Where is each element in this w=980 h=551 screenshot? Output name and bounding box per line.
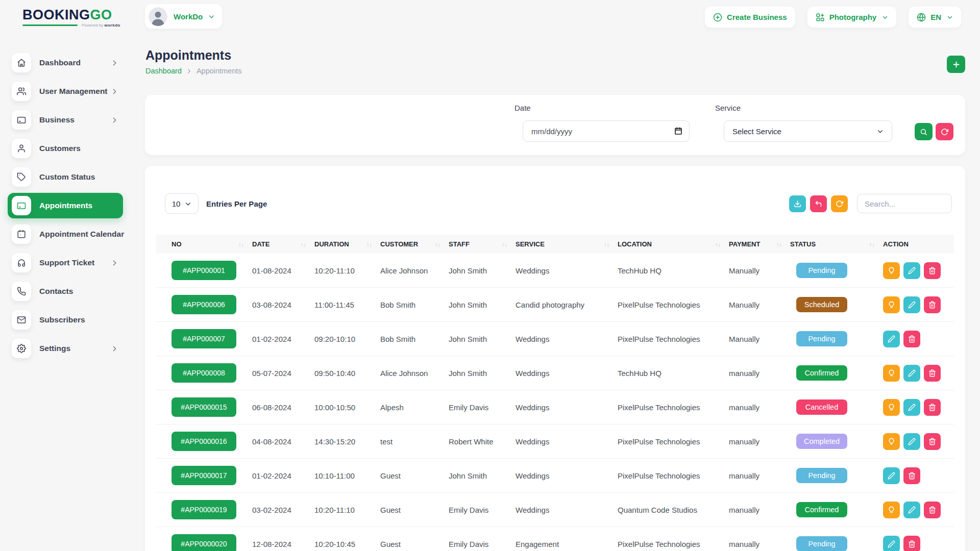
filter-reset-button[interactable] bbox=[936, 123, 953, 140]
status-badge: Confirmed bbox=[796, 502, 847, 517]
chevron-right-icon bbox=[111, 345, 118, 352]
lightbulb-action-button[interactable] bbox=[883, 502, 900, 518]
status-badge: Completed bbox=[796, 434, 847, 449]
edit-action-button[interactable] bbox=[883, 467, 900, 484]
breadcrumb-link-dashboard[interactable]: Dashboard bbox=[145, 67, 182, 75]
status-badge: Pending bbox=[796, 536, 847, 551]
trash-icon bbox=[908, 540, 916, 548]
lightbulb-action-button[interactable] bbox=[883, 296, 900, 313]
status-badge: Pending bbox=[796, 331, 847, 346]
undo-button[interactable] bbox=[810, 195, 827, 212]
edit-action-button[interactable] bbox=[903, 262, 920, 279]
service-select[interactable]: Select Service bbox=[724, 120, 892, 142]
logo[interactable]: BOOKINGGO Powered by workdo bbox=[22, 7, 125, 28]
cell-payment: manually bbox=[729, 527, 790, 551]
topbar-actions: Create Business Photography EN bbox=[705, 7, 961, 28]
cell-payment: manually bbox=[729, 390, 790, 424]
sidebar-item-appointment-calendar[interactable]: Appointment Calendar bbox=[8, 221, 123, 247]
cell-duration: 10:10-11:00 bbox=[314, 459, 380, 493]
entries-per-page-select[interactable]: 10 bbox=[165, 193, 199, 214]
cell-action bbox=[883, 527, 954, 551]
lightbulb-action-button[interactable] bbox=[883, 399, 900, 416]
edit-action-button[interactable] bbox=[903, 365, 920, 382]
edit-action-button[interactable] bbox=[903, 433, 920, 450]
reload-button[interactable] bbox=[831, 195, 848, 212]
sidebar-item-dashboard[interactable]: Dashboard bbox=[8, 50, 123, 76]
delete-action-button[interactable] bbox=[924, 399, 941, 416]
appointment-id-badge[interactable]: #APP000001 bbox=[172, 261, 236, 280]
table-row: #APP00000805-07-202409:50-10:40Alice Joh… bbox=[156, 356, 954, 390]
calendar-icon bbox=[674, 127, 682, 135]
appointment-id-badge[interactable]: #APP0000016 bbox=[172, 432, 236, 451]
cell-customer: Bob Smith bbox=[380, 288, 449, 322]
cell-status: Pending bbox=[790, 254, 883, 288]
appointments-panel: 10 Entries Per Page bbox=[145, 166, 965, 551]
workspace-switcher[interactable]: WorkDo bbox=[145, 4, 222, 29]
column-header-location[interactable]: LOCATION↑↓ bbox=[618, 235, 729, 254]
sidebar-item-appointments[interactable]: Appointments bbox=[8, 193, 123, 218]
column-header-no[interactable]: NO↑↓ bbox=[156, 235, 252, 254]
sidebar-menu: DashboardUser ManagementBusinessCustomer… bbox=[8, 50, 123, 364]
table-search-input[interactable] bbox=[857, 194, 952, 213]
appointment-id-badge[interactable]: #APP0000017 bbox=[172, 466, 236, 485]
appointment-id-badge[interactable]: #APP000007 bbox=[172, 329, 236, 348]
cell-staff: John Smith bbox=[449, 322, 516, 356]
appointment-id-badge[interactable]: #APP0000015 bbox=[172, 397, 236, 417]
appointment-id-badge[interactable]: #APP0000020 bbox=[172, 534, 236, 551]
column-header-customer[interactable]: CUSTOMER↑↓ bbox=[380, 235, 449, 254]
delete-action-button[interactable] bbox=[903, 467, 920, 484]
cell-date: 03-02-2024 bbox=[252, 493, 314, 527]
column-header-payment[interactable]: PAYMENT↑↓ bbox=[729, 235, 790, 254]
sidebar-item-custom-status[interactable]: Custom Status bbox=[8, 164, 123, 190]
module-switcher-button[interactable]: Photography bbox=[807, 7, 897, 28]
undo-icon bbox=[815, 200, 822, 208]
lightbulb-action-button[interactable] bbox=[883, 262, 900, 279]
column-header-staff[interactable]: STAFF↑↓ bbox=[449, 235, 516, 254]
export-button[interactable] bbox=[789, 195, 806, 212]
edit-action-button[interactable] bbox=[883, 331, 900, 347]
column-header-duration[interactable]: DURATION↑↓ bbox=[314, 235, 380, 254]
edit-action-button[interactable] bbox=[903, 296, 920, 313]
column-header-service[interactable]: SERVICE↑↓ bbox=[516, 235, 618, 254]
edit-action-button[interactable] bbox=[903, 399, 920, 416]
appointment-id-badge[interactable]: #APP0000019 bbox=[172, 500, 236, 519]
create-business-button[interactable]: Create Business bbox=[705, 7, 795, 28]
date-input[interactable] bbox=[523, 120, 690, 142]
edit-action-button[interactable] bbox=[883, 536, 900, 551]
chevron-down-icon bbox=[185, 201, 191, 207]
cell-no: #APP0000016 bbox=[156, 424, 252, 459]
appointment-id-badge[interactable]: #APP000008 bbox=[172, 363, 236, 383]
sidebar-item-customers[interactable]: Customers bbox=[8, 136, 123, 161]
cell-date: 04-08-2024 bbox=[252, 424, 314, 459]
delete-action-button[interactable] bbox=[924, 262, 941, 279]
sidebar-item-user-management[interactable]: User Management bbox=[8, 79, 123, 104]
delete-action-button[interactable] bbox=[903, 331, 920, 347]
cell-duration: 10:20-11:10 bbox=[314, 493, 380, 527]
edit-action-button[interactable] bbox=[903, 502, 920, 518]
sidebar-item-support-ticket[interactable]: Support Ticket bbox=[8, 250, 123, 276]
column-header-date[interactable]: DATE↑↓ bbox=[252, 235, 314, 254]
add-appointment-button[interactable] bbox=[947, 56, 965, 73]
language-switcher-button[interactable]: EN bbox=[909, 7, 961, 28]
appointment-id-badge[interactable]: #APP000006 bbox=[172, 295, 236, 314]
appointments-table: NO↑↓DATE↑↓DURATION↑↓CUSTOMER↑↓STAFF↑↓SER… bbox=[156, 235, 954, 551]
cell-no: #APP000007 bbox=[156, 322, 252, 356]
delete-action-button[interactable] bbox=[903, 536, 920, 551]
delete-action-button[interactable] bbox=[924, 365, 941, 382]
chevron-right-icon bbox=[111, 60, 118, 66]
delete-action-button[interactable] bbox=[924, 296, 941, 313]
sidebar-item-subscribers[interactable]: Subscribers bbox=[8, 307, 123, 333]
filter-search-button[interactable] bbox=[915, 123, 933, 140]
sidebar-item-business[interactable]: Business bbox=[8, 107, 123, 133]
column-header-status[interactable]: STATUS↑↓ bbox=[790, 235, 883, 254]
globe-icon bbox=[917, 13, 926, 22]
lightbulb-action-button[interactable] bbox=[883, 433, 900, 450]
cell-action bbox=[883, 288, 954, 322]
sidebar-item-settings[interactable]: Settings bbox=[8, 336, 123, 361]
delete-action-button[interactable] bbox=[924, 433, 941, 450]
sort-icon: ↑↓ bbox=[869, 241, 875, 247]
delete-action-button[interactable] bbox=[924, 502, 941, 518]
lightbulb-action-button[interactable] bbox=[883, 365, 900, 382]
sidebar-item-contacts[interactable]: Contacts bbox=[8, 279, 123, 304]
cell-staff: Emily Davis bbox=[449, 390, 516, 424]
